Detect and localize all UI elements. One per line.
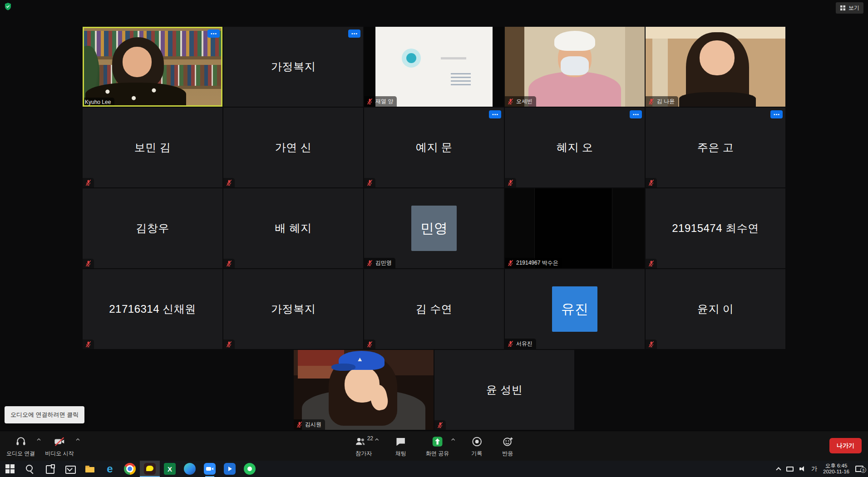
tray-date: 2020-11-16 — [823, 469, 849, 475]
green-app-icon[interactable] — [240, 461, 260, 477]
leave-button[interactable]: 나가기 — [829, 438, 862, 453]
notification-center-icon[interactable]: 3 — [855, 466, 863, 472]
audio-tooltip: 오디오에 연결하려면 클릭 — [5, 406, 84, 423]
participant-label-text: 김시원 — [305, 421, 321, 428]
participant-name: 윤 성빈 — [486, 383, 523, 397]
headset-icon — [15, 436, 27, 447]
file-explorer-icon[interactable] — [80, 461, 100, 477]
participant-label — [434, 420, 446, 430]
participant-tile[interactable]: 가정복지 — [223, 269, 363, 349]
participant-tile[interactable]: 가연 신 — [223, 108, 363, 187]
muted-mic-icon — [437, 422, 444, 428]
share-caret[interactable] — [450, 438, 455, 441]
video-shape-mask — [561, 56, 589, 75]
participant-name: 가정복지 — [271, 59, 316, 74]
participant-video — [294, 350, 434, 430]
participant-tile[interactable]: 김 수연 — [364, 269, 504, 349]
edge-icon[interactable]: e — [100, 461, 120, 477]
participant-label: 21914967 박수은 — [505, 258, 562, 268]
tile-more-menu-button[interactable]: ⋯ — [489, 110, 501, 118]
video-options-caret[interactable] — [75, 438, 80, 441]
volume-icon[interactable] — [799, 466, 805, 472]
participant-name: 주은 고 — [697, 140, 734, 155]
participant-tile[interactable]: 윤 성빈 — [434, 350, 574, 430]
video-app-icon[interactable] — [220, 461, 240, 477]
security-shield-icon[interactable] — [5, 3, 11, 10]
participant-name: 가연 신 — [275, 140, 312, 155]
participant-name: 21716314 신채원 — [109, 302, 196, 316]
network-icon[interactable] — [786, 467, 794, 472]
participant-tile[interactable]: 21716314 신채원 — [83, 269, 222, 349]
participant-tile[interactable]: 주은 고⋯ — [646, 108, 785, 187]
participant-label: Kyuho Lee — [83, 98, 114, 107]
participant-label: 재열 양 — [364, 96, 397, 107]
start-button[interactable] — [0, 461, 20, 477]
participant-tile[interactable]: 유진서유진 — [505, 269, 645, 349]
excel-icon[interactable]: X — [160, 461, 180, 477]
participant-label — [646, 178, 657, 187]
record-button[interactable]: 기록 — [467, 434, 486, 459]
ime-indicator[interactable]: 가 — [811, 465, 817, 473]
join-audio-button[interactable]: 오디오 연결 — [3, 434, 39, 459]
participant-tile[interactable]: 오세빈 — [505, 27, 645, 107]
tile-more-menu-button[interactable]: ⋯ — [630, 110, 642, 118]
tile-more-menu-button[interactable]: ⋯ — [207, 30, 220, 38]
muted-mic-icon — [226, 341, 232, 348]
participant-tile[interactable]: 예지 문⋯ — [364, 108, 504, 187]
excel-icon-glyph: X — [164, 463, 176, 475]
participant-tile[interactable]: 배 혜지 — [223, 188, 363, 268]
video-shape-vid — [534, 188, 612, 268]
video-shape-cap — [554, 31, 595, 51]
reactions-icon — [502, 436, 513, 447]
participant-video — [505, 188, 645, 268]
tile-more-menu-button[interactable]: ⋯ — [348, 30, 360, 38]
participant-label — [364, 178, 375, 187]
muted-mic-icon — [296, 421, 303, 428]
start-video-button[interactable]: 비디오 시작 — [41, 434, 77, 459]
task-view-button[interactable] — [40, 461, 60, 477]
reactions-button[interactable]: 반응 — [498, 434, 517, 459]
zoom-icon[interactable] — [200, 461, 220, 477]
kakaotalk-icon-glyph — [144, 463, 156, 475]
participant-tile[interactable]: 김시원 — [294, 350, 434, 430]
share-screen-button[interactable]: 화면 공유 — [422, 434, 453, 459]
chrome-icon-glyph — [124, 463, 136, 475]
participants-caret[interactable] — [375, 438, 380, 441]
view-button[interactable]: 보기 — [836, 2, 863, 14]
tile-more-menu-button[interactable]: ⋯ — [770, 110, 783, 118]
edge-chromium-icon-glyph — [184, 463, 196, 475]
participant-tile[interactable]: 21914967 박수은 — [505, 188, 645, 268]
chrome-icon[interactable] — [120, 461, 140, 477]
participant-tile[interactable]: 김창우 — [83, 188, 222, 268]
participant-tile[interactable]: 가정복지⋯ — [223, 27, 363, 107]
participant-tile[interactable]: Kyuho Lee⋯ — [83, 27, 222, 107]
file-explorer-icon-glyph — [84, 463, 96, 475]
participant-tile[interactable]: 혜지 오⋯ — [505, 108, 645, 187]
participant-tile[interactable]: 21915474 최수연 — [646, 188, 785, 268]
tray-expand-chevron-icon[interactable] — [776, 467, 781, 472]
chat-button[interactable]: 채팅 — [391, 434, 410, 459]
mail-icon[interactable] — [60, 461, 80, 477]
edge-chromium-icon[interactable] — [180, 461, 200, 477]
participant-label — [223, 259, 235, 268]
participant-label-text: 21914967 박수은 — [516, 259, 558, 267]
participant-tile[interactable]: 재열 양 — [364, 27, 504, 107]
participant-avatar: 유진 — [552, 286, 597, 332]
participant-tile[interactable]: 민영김민영 — [364, 188, 504, 268]
record-icon — [471, 436, 483, 447]
participant-tile[interactable]: 김 나윤 — [646, 27, 785, 107]
tray-time: 오후 6:45 — [823, 463, 849, 469]
participant-name: 가정복지 — [271, 302, 316, 316]
muted-mic-icon — [366, 179, 373, 186]
kakaotalk-icon[interactable] — [140, 461, 160, 477]
meeting-toolbar: 오디오 연결 비디오 시작 — [0, 431, 868, 461]
participant-tile[interactable]: 보민 김 — [83, 108, 222, 187]
search-button[interactable] — [20, 461, 40, 477]
clock[interactable]: 오후 6:45 2020-11-16 — [823, 463, 849, 475]
participant-tile[interactable]: 윤지 이 — [646, 269, 785, 349]
participant-label: 서유진 — [505, 339, 536, 349]
participants-button[interactable]: 22 참가자 — [351, 434, 377, 459]
audio-options-caret[interactable] — [36, 438, 41, 441]
muted-mic-icon — [507, 179, 514, 186]
search-button-glyph — [24, 463, 36, 475]
